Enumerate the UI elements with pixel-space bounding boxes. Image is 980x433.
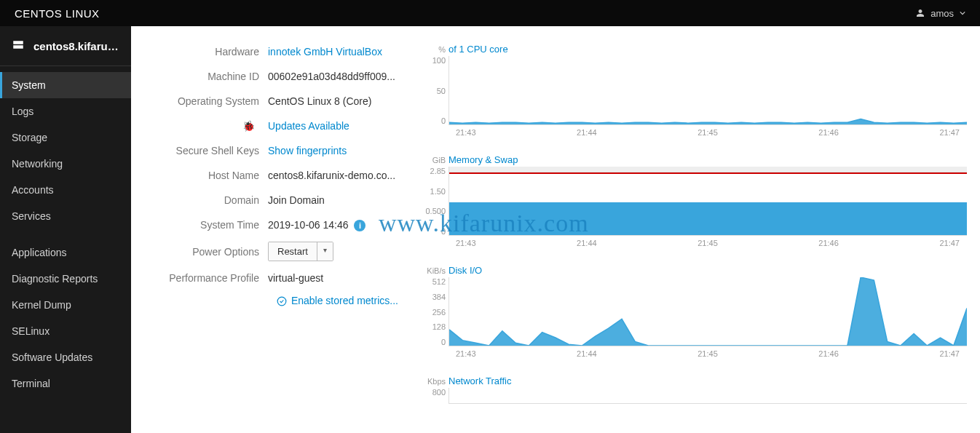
- profile-value[interactable]: virtual-guest: [268, 272, 323, 284]
- checkmark-icon: [277, 296, 287, 306]
- restart-button[interactable]: Restart▾: [268, 242, 333, 261]
- network-chart-title[interactable]: Network Traffic: [448, 376, 511, 386]
- sidebar-item-networking[interactable]: Networking: [0, 151, 131, 177]
- user-menu[interactable]: amos: [916, 8, 965, 19]
- host-name: centos8.kifaruni...: [33, 40, 119, 52]
- hardware-value[interactable]: innotek GmbH VirtualBox: [268, 46, 382, 57]
- sidebar-item-applications[interactable]: Applications: [0, 239, 131, 266]
- bug-icon: 🐞: [242, 120, 255, 132]
- sidebar-item-logs[interactable]: Logs: [0, 98, 131, 124]
- machineid-value: 00602e91a03d48dd9ff009...: [268, 71, 395, 82]
- profile-label: Performance Profile: [144, 272, 268, 284]
- memory-chart: GiBMemory & Swap 2.851.500.5000 21:4321:…: [425, 154, 967, 247]
- sidebar-item-terminal[interactable]: Terminal: [0, 370, 131, 397]
- sidebar-item-diagnostic-reports[interactable]: Diagnostic Reports: [0, 266, 131, 292]
- sidebar: centos8.kifaruni... SystemLogsStorageNet…: [0, 26, 131, 433]
- network-chart: KbpsNetwork Traffic 800: [425, 376, 967, 404]
- enable-metrics-link[interactable]: Enable stored metrics...: [277, 295, 414, 306]
- chevron-down-icon: [960, 10, 965, 16]
- host-block[interactable]: centos8.kifaruni...: [0, 26, 131, 66]
- svg-point-0: [277, 297, 286, 306]
- sidebar-item-system[interactable]: System: [0, 72, 131, 98]
- cpu-chart: %of 1 CPU core 100500 21:4321:4421:4521:…: [425, 44, 967, 137]
- disk-chart: KiB/sDisk I/O 5123842561280 21:4321:4421…: [425, 265, 967, 358]
- main: www.kifarunix.com Hardwareinnotek GmbH V…: [131, 26, 980, 433]
- sidebar-item-selinux[interactable]: SELinux: [0, 318, 131, 344]
- ssh-label: Secure Shell Keys: [144, 145, 268, 156]
- brand: CENTOS LINUX: [15, 7, 100, 20]
- disk-chart-title[interactable]: Disk I/O: [448, 265, 482, 276]
- hostname-value[interactable]: centos8.kifarunix-demo.co...: [268, 170, 395, 181]
- domain-value[interactable]: Join Domain: [268, 194, 325, 206]
- memory-chart-title[interactable]: Memory & Swap: [448, 154, 518, 165]
- machineid-label: Machine ID: [144, 71, 268, 82]
- system-details: Hardwareinnotek GmbH VirtualBox Machine …: [144, 44, 414, 421]
- sidebar-item-accounts[interactable]: Accounts: [0, 177, 131, 203]
- time-value[interactable]: 2019-10-06 14:46 i: [268, 219, 365, 231]
- charts: %of 1 CPU core 100500 21:4321:4421:4521:…: [422, 44, 967, 421]
- hostname-label: Host Name: [144, 170, 268, 181]
- chevron-down-icon[interactable]: ▾: [317, 242, 333, 261]
- ssh-link[interactable]: Show fingerprints: [268, 145, 347, 156]
- os-value: CentOS Linux 8 (Core): [268, 95, 371, 107]
- cpu-chart-title[interactable]: of 1 CPU core: [448, 44, 508, 55]
- server-icon: [12, 39, 25, 52]
- os-label: Operating System: [144, 95, 268, 107]
- sidebar-item-storage[interactable]: Storage: [0, 124, 131, 151]
- time-label: System Time: [144, 219, 268, 231]
- user-name: amos: [930, 8, 954, 19]
- power-label: Power Options: [144, 246, 268, 258]
- sidebar-item-services[interactable]: Services: [0, 203, 131, 229]
- domain-label-txt: Domain: [144, 194, 268, 206]
- topbar: CENTOS LINUX amos: [0, 0, 980, 26]
- hardware-label: Hardware: [144, 46, 268, 57]
- updates-link[interactable]: Updates Available: [268, 120, 349, 132]
- user-icon: [916, 9, 925, 17]
- info-icon: i: [354, 220, 365, 231]
- sidebar-item-kernel-dump[interactable]: Kernel Dump: [0, 292, 131, 318]
- sidebar-item-software-updates[interactable]: Software Updates: [0, 344, 131, 370]
